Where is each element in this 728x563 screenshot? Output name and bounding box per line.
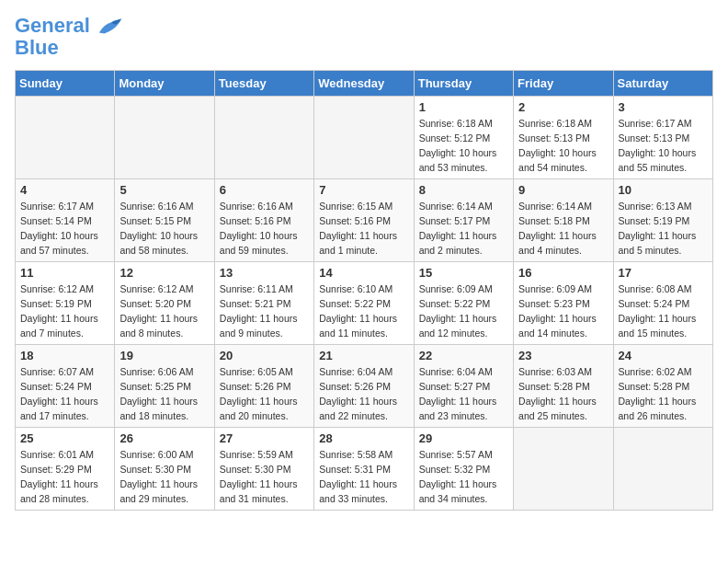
calendar-cell: 18 Sunrise: 6:07 AM Sunset: 5:24 PM Dayl… — [16, 345, 115, 428]
day-header-sunday: Sunday — [16, 71, 115, 97]
day-number: 17 — [619, 266, 708, 280]
day-number: 6 — [220, 183, 309, 197]
calendar-cell: 10 Sunrise: 6:13 AM Sunset: 5:19 PM Dayl… — [613, 179, 712, 262]
day-info: Sunrise: 6:11 AM Sunset: 5:21 PM Dayligh… — [220, 282, 309, 340]
calendar-table: SundayMondayTuesdayWednesdayThursdayFrid… — [15, 70, 713, 511]
calendar-cell: 19 Sunrise: 6:06 AM Sunset: 5:25 PM Dayl… — [115, 345, 214, 428]
day-header-saturday: Saturday — [613, 71, 712, 97]
day-info: Sunrise: 6:09 AM Sunset: 5:22 PM Dayligh… — [419, 282, 508, 340]
calendar-cell: 12 Sunrise: 6:12 AM Sunset: 5:20 PM Dayl… — [115, 262, 214, 345]
day-info: Sunrise: 6:00 AM Sunset: 5:30 PM Dayligh… — [119, 448, 209, 506]
calendar-cell: 22 Sunrise: 6:04 AM Sunset: 5:27 PM Dayl… — [414, 345, 513, 428]
day-number: 9 — [518, 183, 608, 197]
day-info: Sunrise: 6:08 AM Sunset: 5:24 PM Dayligh… — [619, 282, 708, 340]
calendar-cell: 23 Sunrise: 6:03 AM Sunset: 5:28 PM Dayl… — [514, 345, 613, 428]
day-number: 7 — [319, 183, 408, 197]
day-number: 2 — [518, 100, 608, 114]
calendar-cell: 8 Sunrise: 6:14 AM Sunset: 5:17 PM Dayli… — [414, 179, 513, 262]
day-info: Sunrise: 5:58 AM Sunset: 5:31 PM Dayligh… — [319, 448, 408, 506]
calendar-cell: 9 Sunrise: 6:14 AM Sunset: 5:18 PM Dayli… — [514, 179, 613, 262]
calendar-cell: 26 Sunrise: 6:00 AM Sunset: 5:30 PM Dayl… — [115, 428, 214, 511]
day-number: 3 — [619, 100, 708, 114]
day-number: 28 — [319, 431, 408, 445]
calendar-cell: 28 Sunrise: 5:58 AM Sunset: 5:31 PM Dayl… — [314, 428, 414, 511]
calendar-cell — [613, 428, 712, 511]
day-info: Sunrise: 6:18 AM Sunset: 5:12 PM Dayligh… — [419, 117, 508, 175]
calendar-cell — [115, 97, 214, 179]
day-info: Sunrise: 6:03 AM Sunset: 5:28 PM Dayligh… — [518, 365, 608, 423]
day-info: Sunrise: 6:05 AM Sunset: 5:26 PM Dayligh… — [220, 365, 309, 423]
day-number: 20 — [220, 349, 309, 362]
calendar-cell: 25 Sunrise: 6:01 AM Sunset: 5:29 PM Dayl… — [16, 428, 115, 511]
day-number: 21 — [319, 349, 408, 362]
day-info: Sunrise: 6:12 AM Sunset: 5:20 PM Dayligh… — [119, 282, 209, 340]
calendar-cell: 24 Sunrise: 6:02 AM Sunset: 5:28 PM Dayl… — [613, 345, 712, 428]
day-info: Sunrise: 6:12 AM Sunset: 5:19 PM Dayligh… — [20, 282, 109, 340]
calendar-cell: 17 Sunrise: 6:08 AM Sunset: 5:24 PM Dayl… — [613, 262, 712, 345]
day-number: 29 — [419, 431, 508, 445]
day-header-wednesday: Wednesday — [314, 71, 414, 97]
day-number: 15 — [419, 266, 508, 280]
day-info: Sunrise: 6:14 AM Sunset: 5:18 PM Dayligh… — [518, 200, 608, 258]
day-number: 5 — [119, 183, 209, 197]
calendar-cell: 3 Sunrise: 6:17 AM Sunset: 5:13 PM Dayli… — [613, 97, 712, 179]
calendar-cell: 6 Sunrise: 6:16 AM Sunset: 5:16 PM Dayli… — [214, 179, 313, 262]
calendar-cell — [16, 97, 115, 179]
day-number: 23 — [518, 349, 608, 362]
day-info: Sunrise: 5:57 AM Sunset: 5:32 PM Dayligh… — [419, 448, 508, 506]
day-number: 24 — [619, 349, 708, 362]
day-info: Sunrise: 6:13 AM Sunset: 5:19 PM Dayligh… — [619, 200, 708, 258]
day-number: 27 — [220, 431, 309, 445]
calendar-cell: 15 Sunrise: 6:09 AM Sunset: 5:22 PM Dayl… — [414, 262, 513, 345]
day-number: 14 — [319, 266, 408, 280]
day-header-thursday: Thursday — [414, 71, 513, 97]
day-info: Sunrise: 6:04 AM Sunset: 5:26 PM Dayligh… — [319, 365, 408, 423]
day-number: 10 — [619, 183, 708, 197]
day-number: 25 — [20, 431, 109, 445]
day-info: Sunrise: 6:09 AM Sunset: 5:23 PM Dayligh… — [518, 282, 608, 340]
calendar-cell: 27 Sunrise: 5:59 AM Sunset: 5:30 PM Dayl… — [214, 428, 313, 511]
day-number: 12 — [119, 266, 209, 280]
page-header: General Blue — [15, 15, 713, 59]
day-number: 16 — [518, 266, 608, 280]
day-info: Sunrise: 6:17 AM Sunset: 5:13 PM Dayligh… — [619, 117, 708, 175]
day-number: 11 — [20, 266, 109, 280]
day-info: Sunrise: 6:17 AM Sunset: 5:14 PM Dayligh… — [20, 200, 109, 258]
day-number: 22 — [419, 349, 508, 362]
day-number: 19 — [119, 349, 209, 362]
calendar-cell: 5 Sunrise: 6:16 AM Sunset: 5:15 PM Dayli… — [115, 179, 214, 262]
day-info: Sunrise: 6:14 AM Sunset: 5:17 PM Dayligh… — [419, 200, 508, 258]
day-info: Sunrise: 6:16 AM Sunset: 5:16 PM Dayligh… — [220, 200, 309, 258]
calendar-cell: 16 Sunrise: 6:09 AM Sunset: 5:23 PM Dayl… — [514, 262, 613, 345]
day-number: 1 — [419, 100, 508, 114]
day-info: Sunrise: 6:15 AM Sunset: 5:16 PM Dayligh… — [319, 200, 408, 258]
calendar-cell — [514, 428, 613, 511]
calendar-cell: 21 Sunrise: 6:04 AM Sunset: 5:26 PM Dayl… — [314, 345, 414, 428]
calendar-cell: 29 Sunrise: 5:57 AM Sunset: 5:32 PM Dayl… — [414, 428, 513, 511]
day-number: 4 — [20, 183, 109, 197]
day-header-friday: Friday — [514, 71, 613, 97]
calendar-cell: 11 Sunrise: 6:12 AM Sunset: 5:19 PM Dayl… — [16, 262, 115, 345]
day-info: Sunrise: 5:59 AM Sunset: 5:30 PM Dayligh… — [220, 448, 309, 506]
day-info: Sunrise: 6:10 AM Sunset: 5:22 PM Dayligh… — [319, 282, 408, 340]
logo-text: General — [15, 15, 123, 37]
calendar-cell: 20 Sunrise: 6:05 AM Sunset: 5:26 PM Dayl… — [214, 345, 313, 428]
calendar-cell: 2 Sunrise: 6:18 AM Sunset: 5:13 PM Dayli… — [514, 97, 613, 179]
day-number: 18 — [20, 349, 109, 362]
day-info: Sunrise: 6:02 AM Sunset: 5:28 PM Dayligh… — [619, 365, 708, 423]
day-number: 26 — [119, 431, 209, 445]
day-info: Sunrise: 6:06 AM Sunset: 5:25 PM Dayligh… — [119, 365, 209, 423]
day-number: 13 — [220, 266, 309, 280]
day-info: Sunrise: 6:01 AM Sunset: 5:29 PM Dayligh… — [20, 448, 109, 506]
day-info: Sunrise: 6:18 AM Sunset: 5:13 PM Dayligh… — [518, 117, 608, 175]
calendar-cell: 14 Sunrise: 6:10 AM Sunset: 5:22 PM Dayl… — [314, 262, 414, 345]
logo-text2: Blue — [15, 37, 123, 59]
calendar-cell: 7 Sunrise: 6:15 AM Sunset: 5:16 PM Dayli… — [314, 179, 414, 262]
day-number: 8 — [419, 183, 508, 197]
day-info: Sunrise: 6:04 AM Sunset: 5:27 PM Dayligh… — [419, 365, 508, 423]
logo: General Blue — [15, 15, 123, 59]
calendar-cell: 1 Sunrise: 6:18 AM Sunset: 5:12 PM Dayli… — [414, 97, 513, 179]
calendar-cell: 13 Sunrise: 6:11 AM Sunset: 5:21 PM Dayl… — [214, 262, 313, 345]
day-info: Sunrise: 6:07 AM Sunset: 5:24 PM Dayligh… — [20, 365, 109, 423]
calendar-cell — [214, 97, 313, 179]
